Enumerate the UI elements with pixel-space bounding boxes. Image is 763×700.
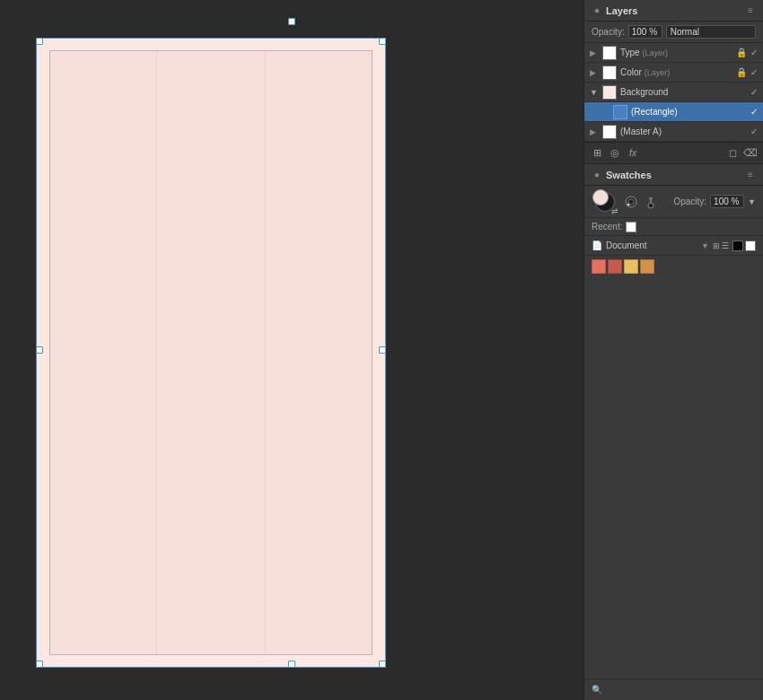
layer-lock-type: 🔒 [736, 48, 747, 57]
foreground-color-swatch[interactable] [592, 189, 609, 206]
layers-header-left: ● Layers [592, 5, 637, 16]
layer-name-color: Color (Layer) [620, 67, 732, 77]
canvas-area [0, 0, 583, 700]
pencil-area [624, 195, 638, 209]
layers-toolbar-left: ⊞ ◎ fx [590, 146, 640, 161]
column-overlay [49, 50, 373, 655]
right-panel: ● Layers ≡ Opacity: 100 % Normal ▶ Type … [583, 0, 763, 700]
column-1 [49, 50, 157, 655]
swatch-dark-red[interactable] [608, 259, 622, 274]
color-selector[interactable]: ⇌ [592, 188, 618, 215]
layer-thumb-background [602, 85, 617, 100]
grid-view-icon[interactable]: ⊞ [713, 241, 720, 250]
svg-point-3 [648, 203, 653, 208]
grid-icons: ⊞ ☰ [713, 241, 729, 250]
recent-colors-row: Recent: [584, 218, 763, 236]
recent-swatch-1[interactable] [626, 222, 636, 232]
handle-top-right[interactable] [379, 38, 386, 45]
swatches-menu-icon[interactable]: ≡ [745, 170, 756, 180]
swatch-red[interactable] [592, 259, 606, 274]
swatches-header-left: ● Swatches [592, 170, 652, 180]
handle-bottom-right[interactable] [379, 661, 386, 668]
layer-item-type[interactable]: ▶ Type (Layer) 🔒 ✓ [584, 43, 763, 63]
expand-arrow-master-a: ▶ [590, 127, 599, 136]
handle-bottom-left[interactable] [36, 661, 43, 668]
handle-top-center[interactable] [288, 18, 295, 25]
layers-star-icon[interactable]: ◎ [608, 146, 622, 161]
document-dropdown-arrow[interactable]: ▼ [701, 241, 709, 250]
opacity-value-input[interactable]: 100 % [628, 25, 662, 39]
layer-thumb-type [602, 46, 617, 60]
swatches-opacity-arrow[interactable]: ▼ [748, 197, 756, 206]
layer-lock-color: 🔒 [736, 67, 747, 77]
layers-trash-icon[interactable]: ⌫ [743, 146, 758, 161]
layer-check-type: ✓ [750, 48, 758, 57]
layers-add-icon[interactable]: ◻ [725, 146, 740, 161]
layer-name-background: Background [620, 87, 747, 97]
swap-colors-icon[interactable]: ⇌ [611, 206, 618, 215]
swatches-panel: ● Swatches ≡ ⇌ [584, 164, 763, 700]
layers-fx-icon[interactable]: fx [626, 146, 640, 161]
search-icon: 🔍 [592, 685, 602, 695]
layer-item-color[interactable]: ▶ Color (Layer) 🔒 ✓ [584, 63, 763, 83]
layers-toolbar: ⊞ ◎ fx ◻ ⌫ [584, 142, 763, 163]
swatches-search-row: 🔍 [584, 678, 763, 700]
list-view-icon[interactable]: ☰ [722, 241, 729, 250]
document-row: 📄 Document ▼ ⊞ ☰ [584, 236, 763, 256]
layer-item-background[interactable]: ▼ Background ✓ [584, 83, 763, 102]
layer-thumb-master-a [602, 125, 617, 139]
layer-check-master-a: ✓ [750, 127, 758, 136]
layer-check-background: ✓ [750, 87, 758, 97]
swatches-collapse-icon[interactable]: ● [592, 170, 602, 180]
swatches-panel-title: Swatches [606, 170, 652, 180]
swatch-yellow[interactable] [624, 259, 638, 274]
blend-mode-select[interactable]: Normal [666, 25, 756, 39]
column-3 [266, 50, 373, 655]
document-label: Document [606, 241, 697, 250]
handle-mid-left[interactable] [36, 346, 43, 354]
swatch-tools-row: ⇌ Opacity: 100 % ▼ [584, 186, 763, 218]
black-swatch[interactable] [732, 241, 743, 251]
layer-item-master-a[interactable]: ▶ (Master A) ✓ [584, 122, 763, 142]
layers-menu-icon[interactable]: ≡ [745, 5, 756, 16]
opacity-label: Opacity: [592, 27, 625, 37]
layer-thumb-rectangle [613, 105, 627, 119]
swatches-opacity-value[interactable]: 100 % [710, 195, 744, 208]
recent-label: Recent: [592, 222, 622, 232]
bw-swatches [732, 241, 756, 251]
layers-panel-header: ● Layers ≡ [584, 0, 763, 22]
eyedropper-icon [644, 195, 658, 209]
layers-panel: ● Layers ≡ Opacity: 100 % Normal ▶ Type … [584, 0, 763, 164]
layer-thumb-color [602, 66, 617, 80]
document-icon: 📄 [592, 241, 602, 250]
expand-arrow-type: ▶ [590, 48, 599, 57]
layer-check-rectangle: ✓ [750, 107, 758, 117]
white-swatch[interactable] [745, 241, 756, 251]
handle-bottom-center[interactable] [288, 661, 295, 668]
layers-collapse-icon[interactable]: ● [592, 5, 602, 16]
swatches-grid [584, 256, 763, 277]
swatches-opacity-label: Opacity: [673, 197, 706, 206]
column-2 [157, 50, 265, 655]
layer-name-master-a: (Master A) [620, 127, 747, 136]
swatch-orange[interactable] [640, 259, 654, 274]
layers-stack-icon[interactable]: ⊞ [590, 146, 604, 161]
handle-mid-right[interactable] [379, 346, 386, 354]
svg-point-2 [627, 203, 630, 206]
layers-toolbar-right: ◻ ⌫ [725, 146, 758, 161]
handle-top-left[interactable] [36, 38, 43, 45]
expand-arrow-color: ▶ [590, 68, 599, 77]
layer-name-type: Type (Layer) [620, 48, 732, 57]
layer-check-color: ✓ [750, 67, 758, 77]
pencil-icon [624, 195, 638, 209]
layer-item-rectangle[interactable]: (Rectangle) ✓ [584, 102, 763, 122]
swatches-panel-header: ● Swatches ≡ [584, 164, 763, 186]
expand-arrow-background: ▼ [590, 88, 599, 97]
layers-panel-title: Layers [606, 5, 637, 16]
layer-name-rectangle: (Rectangle) [631, 107, 747, 117]
layers-opacity-row: Opacity: 100 % Normal [584, 22, 763, 43]
